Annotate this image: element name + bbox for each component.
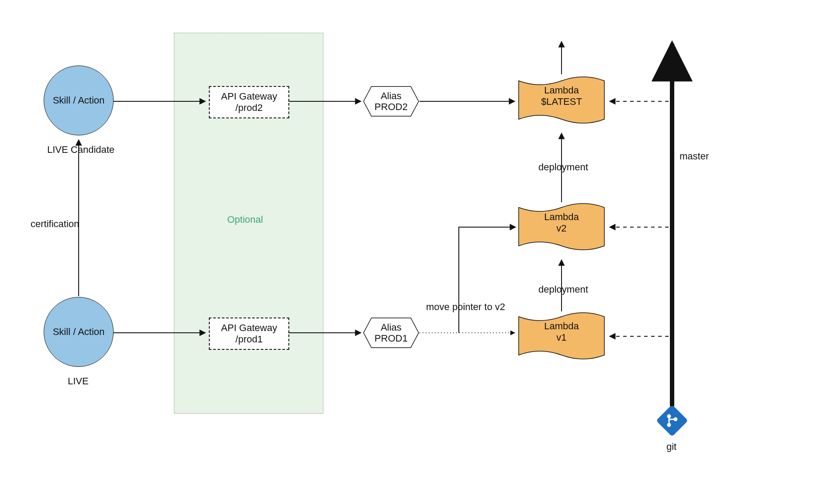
skill-bottom-circle: Skill / Action xyxy=(44,297,114,367)
lambda-v2: Lambda v2 xyxy=(518,199,605,255)
git-label: git xyxy=(666,441,676,452)
api-gateway-bottom: API Gateway /prod1 xyxy=(209,318,289,350)
optional-label: Optional xyxy=(227,214,263,225)
skill-top-circle: Skill / Action xyxy=(44,66,114,135)
deployment-label-lower: deployment xyxy=(538,284,588,295)
lambda-latest: Lambda $LATEST xyxy=(518,72,605,129)
api-gateway-top-path: /prod2 xyxy=(236,102,263,114)
move-pointer-label: move pointer to v2 xyxy=(426,301,505,313)
alias-top-hexagon: Alias PROD2 xyxy=(363,86,420,117)
certification-label: certification xyxy=(31,218,79,230)
svg-point-3 xyxy=(668,415,670,418)
lambda-v1-title: Lambda xyxy=(544,321,579,332)
skill-bottom-label: Skill / Action xyxy=(53,326,105,337)
api-gateway-bottom-path: /prod1 xyxy=(236,334,263,345)
skill-top-label: Skill / Action xyxy=(53,95,105,106)
master-label: master xyxy=(680,151,709,162)
lambda-v1-version: v1 xyxy=(544,332,579,343)
alias-bottom-name: PROD1 xyxy=(374,333,408,344)
alias-top-title: Alias xyxy=(374,90,408,101)
alias-bottom-title: Alias xyxy=(374,322,408,333)
git-branch-icon xyxy=(665,413,680,428)
skill-top-caption: LIVE Candidate xyxy=(47,144,114,155)
deployment-label-upper: deployment xyxy=(538,162,588,173)
alias-bottom-hexagon: Alias PROD1 xyxy=(363,317,420,349)
skill-bottom-caption: LIVE xyxy=(68,376,89,387)
diagram-stage: Optional Skill / Action LIVE Candidate S… xyxy=(0,0,839,504)
api-gateway-top: API Gateway /prod2 xyxy=(209,86,289,118)
connectors-layer xyxy=(0,0,839,504)
lambda-v2-title: Lambda xyxy=(544,211,579,223)
api-gateway-top-title: API Gateway xyxy=(221,91,277,102)
lambda-v2-version: v2 xyxy=(544,223,579,234)
lambda-latest-title: Lambda xyxy=(541,85,582,96)
lambda-v1: Lambda v1 xyxy=(518,308,605,365)
alias-top-name: PROD2 xyxy=(374,101,408,112)
lambda-latest-version: $LATEST xyxy=(541,96,582,107)
api-gateway-bottom-title: API Gateway xyxy=(221,322,277,334)
svg-point-4 xyxy=(668,424,670,426)
